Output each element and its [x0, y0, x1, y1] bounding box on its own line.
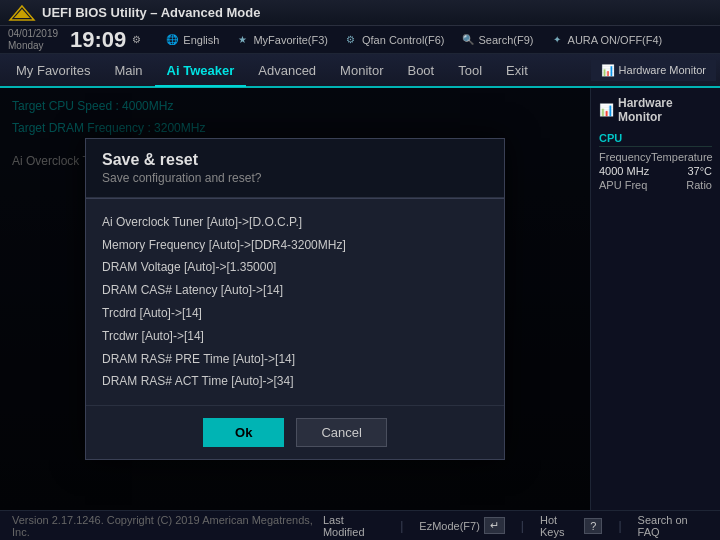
modal-item-2: DRAM Voltage [Auto]->[1.35000] [102, 256, 488, 279]
ratio-label: Ratio [686, 179, 712, 191]
footer-sep-2: | [521, 519, 524, 533]
language-label: English [183, 34, 219, 46]
footer-sep-1: | [400, 519, 403, 533]
modal-item-0: Ai Overclock Tuner [Auto]->[D.O.C.P.] [102, 211, 488, 234]
modal-item-3: DRAM CAS# Latency [Auto]->[14] [102, 279, 488, 302]
nav-boot[interactable]: Boot [395, 53, 446, 87]
version-text: Version 2.17.1246. Copyright (C) 2019 Am… [12, 514, 323, 538]
hardware-monitor-sidebar: 📊 Hardware Monitor CPU Frequency Tempera… [590, 88, 720, 510]
nav-main[interactable]: Main [102, 53, 154, 87]
modal-header: Save & reset Save configuration and rese… [86, 139, 504, 198]
modal-content: Ai Overclock Tuner [Auto]->[D.O.C.P.] Me… [86, 199, 504, 405]
hotkeys-button[interactable]: Hot Keys ? [540, 514, 603, 538]
nav-tool[interactable]: Tool [446, 53, 494, 87]
save-reset-modal: Save & reset Save configuration and rese… [85, 138, 505, 460]
footer-buttons: Last Modified | EzMode(F7) ↵ | Hot Keys … [323, 514, 708, 538]
ok-button[interactable]: Ok [203, 418, 284, 447]
toolbar: 04/01/2019 Monday 19:09 ⚙ 🌐 English ★ My… [0, 26, 720, 54]
temperature-label: Temperature [651, 151, 713, 163]
language-icon: 🌐 [165, 33, 179, 47]
ezmode-icon: ↵ [484, 517, 505, 534]
nav-ai-tweaker[interactable]: Ai Tweaker [155, 53, 247, 87]
aura-button[interactable]: ✦ AURA ON/OFF(F4) [550, 33, 663, 47]
day-text: Monday [8, 40, 58, 52]
cpu-values-row: 4000 MHz 37°C [599, 165, 712, 177]
time-display: 19:09 [70, 29, 126, 51]
modal-item-5: Trcdwr [Auto]->[14] [102, 325, 488, 348]
frequency-label: Frequency [599, 151, 651, 163]
cpu-frequency-value: 4000 MHz [599, 165, 649, 177]
date-text: 04/01/2019 [8, 28, 58, 40]
modal-item-1: Memory Frequency [Auto]->[DDR4-3200MHz] [102, 234, 488, 257]
monitor-sidebar-icon: 📊 [599, 103, 614, 117]
date-block: 04/01/2019 Monday [8, 28, 58, 52]
cancel-button[interactable]: Cancel [296, 418, 386, 447]
hardware-monitor-tab[interactable]: 📊 Hardware Monitor [591, 60, 716, 81]
search-icon: 🔍 [461, 33, 475, 47]
cpu-section-title: CPU [599, 132, 712, 147]
qfan-button[interactable]: ⚙ Qfan Control(F6) [344, 33, 445, 47]
monitor-icon: 📊 [601, 64, 615, 77]
search-faq-button[interactable]: Search on FAQ [638, 514, 708, 538]
hardware-monitor-label: Hardware Monitor [619, 64, 706, 76]
qfan-label: Qfan Control(F6) [362, 34, 445, 46]
cpu-header-row: Frequency Temperature [599, 151, 712, 163]
content-area: Target CPU Speed : 4000MHz Target DRAM F… [0, 88, 590, 510]
nav-exit[interactable]: Exit [494, 53, 540, 87]
cpu-section: CPU Frequency Temperature 4000 MHz 37°C … [599, 132, 712, 191]
last-modified-button[interactable]: Last Modified [323, 514, 384, 538]
header-bar: UEFI BIOS Utility – Advanced Mode [0, 0, 720, 26]
main-layout: Target CPU Speed : 4000MHz Target DRAM F… [0, 88, 720, 510]
modal-item-4: Trcdrd [Auto]->[14] [102, 302, 488, 325]
modal-footer: Ok Cancel [86, 405, 504, 459]
modal-item-7: DRAM RAS# ACT Time [Auto]->[34] [102, 370, 488, 393]
footer-sep-3: | [618, 519, 621, 533]
hotkeys-key: ? [584, 518, 602, 534]
fan-icon: ⚙ [344, 33, 358, 47]
aura-icon: ✦ [550, 33, 564, 47]
footer: Version 2.17.1246. Copyright (C) 2019 Am… [0, 510, 720, 540]
nav-advanced[interactable]: Advanced [246, 53, 328, 87]
modal-subtitle: Save configuration and reset? [102, 171, 488, 185]
apu-row: APU Freq Ratio [599, 179, 712, 191]
search-faq-label: Search on FAQ [638, 514, 708, 538]
modal-title: Save & reset [102, 151, 488, 169]
modal-item-6: DRAM RAS# PRE Time [Auto]->[14] [102, 348, 488, 371]
nav-right: 📊 Hardware Monitor [591, 60, 716, 81]
favorites-button[interactable]: ★ MyFavorite(F3) [235, 33, 328, 47]
ezmode-button[interactable]: EzMode(F7) ↵ [419, 517, 505, 534]
nav-bar: My Favorites Main Ai Tweaker Advanced Mo… [0, 54, 720, 88]
last-modified-label: Last Modified [323, 514, 384, 538]
gear-icon[interactable]: ⚙ [132, 34, 141, 45]
ezmode-label: EzMode(F7) [419, 520, 480, 532]
bios-title: UEFI BIOS Utility – Advanced Mode [42, 5, 712, 20]
nav-my-favorites[interactable]: My Favorites [4, 53, 102, 87]
search-button[interactable]: 🔍 Search(F9) [461, 33, 534, 47]
star-icon: ★ [235, 33, 249, 47]
cpu-temperature-value: 37°C [687, 165, 712, 177]
nav-monitor[interactable]: Monitor [328, 53, 395, 87]
language-button[interactable]: 🌐 English [165, 33, 219, 47]
hotkeys-label: Hot Keys [540, 514, 580, 538]
apu-freq-label: APU Freq [599, 179, 647, 191]
search-label: Search(F9) [479, 34, 534, 46]
asus-logo [8, 4, 36, 22]
aura-label: AURA ON/OFF(F4) [568, 34, 663, 46]
modal-overlay: Save & reset Save configuration and rese… [0, 88, 590, 510]
favorites-label: MyFavorite(F3) [253, 34, 328, 46]
sidebar-title: 📊 Hardware Monitor [599, 96, 712, 124]
